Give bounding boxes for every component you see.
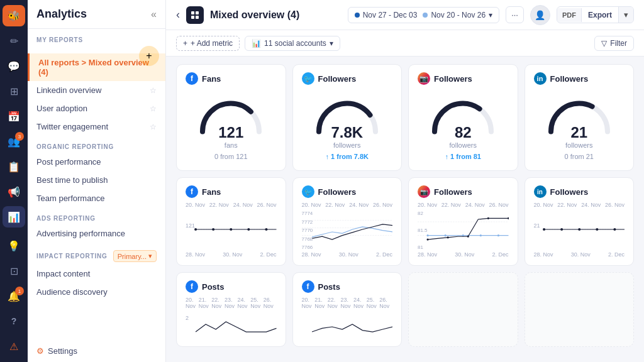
filter-icon: ▽: [601, 39, 607, 48]
sidebar-item-label: Team performance: [36, 194, 104, 203]
li-followers-chart-card: in Followers 20. Nov 22. Nov 24. Nov 26.…: [525, 177, 635, 266]
svg-point-30: [613, 228, 616, 231]
svg-point-19: [497, 234, 499, 236]
x-labels-top: 20. Nov 21. Nov 22. Nov 23. Nov 24. Nov …: [186, 297, 277, 309]
chart-area: 21: [534, 211, 625, 250]
fb-fans-card: f Fans 121 fans 0 from 121: [176, 64, 286, 171]
gear-icon: ⚙: [36, 346, 44, 356]
sidebar-item-audience-discovery[interactable]: Audience discovery: [28, 283, 165, 301]
sidebar-collapse-btn[interactable]: «: [151, 9, 157, 20]
sidebar-item-impact-content[interactable]: Impact content: [28, 265, 165, 283]
user-icon: 👤: [535, 10, 545, 20]
sidebar-item-label: Twitter engagement: [36, 122, 108, 131]
sidebar-item-best-time[interactable]: Best time to publish: [28, 171, 165, 189]
help-nav-item[interactable]: ?: [3, 310, 25, 332]
chart-title: Followers: [318, 187, 357, 197]
brand-logo[interactable]: 🐝: [3, 5, 25, 26]
chart-bar-icon: 📊: [252, 39, 261, 48]
pin-icon: ☆: [150, 86, 157, 95]
chart-title: Posts: [202, 282, 224, 292]
notifications-nav-item[interactable]: 🔔1: [3, 285, 25, 307]
sidebar-item-label: Linkedin overview: [36, 85, 101, 95]
bar-chart: [186, 312, 277, 337]
svg-point-24: [508, 217, 509, 219]
impact-badge-label: Primary...: [118, 253, 147, 260]
sidebar-item-linkedin[interactable]: Linkedin overview ☆: [28, 81, 165, 99]
sidebar-item-twitter[interactable]: Twitter engagement ☆: [28, 118, 165, 136]
linkedin-icon: in: [534, 185, 547, 198]
facebook-icon: f: [302, 280, 314, 293]
fb-posts-card-2: f Posts 20. Nov 21. Nov 22. Nov 23. Nov …: [292, 272, 402, 347]
compose-nav-item[interactable]: ✏: [3, 30, 25, 52]
sidebar-header: Analytics «: [28, 0, 165, 29]
topbar: ‹ Mixed overview (4) Nov 27 - Dec 03 Nov…: [166, 0, 644, 30]
dashboard: f Fans 121 fans 0 from 121: [166, 57, 644, 362]
card-header: 🐦 Followers: [302, 72, 393, 85]
insights-nav-item[interactable]: 💡: [3, 235, 25, 256]
social-accounts-button[interactable]: 📊 11 social accounts ▾: [245, 36, 340, 51]
svg-point-29: [596, 228, 598, 231]
analytics-nav-item[interactable]: 📊: [3, 206, 25, 228]
svg-rect-2: [191, 16, 194, 19]
facebook-icon: f: [186, 72, 198, 85]
sidebar-item-label: User adoption: [36, 104, 87, 113]
x-labels-top: 20. Nov 22. Nov 24. Nov 26. Nov: [186, 202, 277, 208]
line-chart: [418, 211, 509, 248]
back-button[interactable]: ‹: [176, 8, 180, 21]
facebook-icon: f: [186, 185, 198, 198]
empty-card-3: [408, 272, 518, 347]
fb-fans-chart-card: f Fans 20. Nov 22. Nov 24. Nov 26. Nov 1…: [176, 177, 286, 266]
svg-rect-0: [191, 11, 194, 14]
x-labels-bottom: 28. Nov 30. Nov 2. Dec: [302, 251, 393, 258]
tw-followers-card: 🐦 Followers 7.8K followers ↑ 1 from 7.8K: [292, 64, 402, 171]
card-title: Fans: [202, 74, 221, 84]
x-labels-top: 20. Nov 22. Nov 24. Nov 26. Nov: [418, 202, 509, 208]
date-range-picker[interactable]: Nov 27 - Dec 03 Nov 20 - Nov 26 ▾: [348, 7, 499, 23]
add-metric-label: + Add metric: [191, 39, 233, 48]
add-metric-button[interactable]: + + Add metric: [176, 36, 240, 51]
chart-area: 82 81.5 81: [418, 211, 509, 250]
chart-card-header: 🐦 Followers: [302, 185, 393, 198]
card-title: Followers: [550, 74, 589, 84]
metric-change: ↑ 1 from 7.8K: [326, 153, 369, 160]
impact-badge[interactable]: Primary... ▾: [113, 250, 157, 262]
publishing-nav-item[interactable]: ⊞: [3, 80, 25, 102]
export-dropdown-arrow[interactable]: ▾: [618, 7, 633, 23]
inbox-nav-item[interactable]: 💬: [3, 55, 25, 77]
export-button[interactable]: Export: [582, 8, 618, 23]
chart-title: Followers: [550, 187, 589, 197]
twitter-icon: 🐦: [302, 185, 314, 198]
sidebar-item-post-performance[interactable]: Post performance: [28, 153, 165, 171]
x-labels-top: 20. Nov 21. Nov 22. Nov 23. Nov 24. Nov …: [302, 297, 393, 309]
settings-item[interactable]: ⚙ Settings: [28, 340, 165, 362]
sidebar-item-team-performance[interactable]: Team performance: [28, 189, 165, 207]
warning-nav-item[interactable]: ⚠: [3, 336, 25, 357]
sidebar-item-user-adoption[interactable]: User adoption ☆: [28, 99, 165, 118]
sidebar-item-advertising[interactable]: Advertising performance: [28, 224, 165, 243]
sidebar-item-label: Impact content: [36, 269, 90, 278]
apps-nav-item[interactable]: ⊡: [3, 260, 25, 282]
sidebar-item-mixed-overview[interactable]: All reports > Mixed overview (4): [28, 53, 165, 81]
calendar-nav-item[interactable]: 📅: [3, 106, 25, 127]
svg-point-23: [487, 217, 489, 219]
chevron-down-icon: ▾: [148, 252, 152, 260]
users-nav-item[interactable]: 👥3: [3, 131, 25, 152]
campaigns-nav-item[interactable]: 📢: [3, 181, 25, 202]
filter-button[interactable]: ▽ Filter: [594, 36, 634, 51]
more-options-button[interactable]: ···: [506, 6, 524, 23]
chart-area: [302, 312, 393, 339]
svg-point-26: [543, 228, 545, 231]
ads-section-label: ADS REPORTING: [28, 207, 165, 224]
clipboard-nav-item[interactable]: 📋: [3, 156, 25, 177]
tw-followers-chart-card: 🐦 Followers 20. Nov 22. Nov 24. Nov 26. …: [292, 177, 402, 266]
primary-date-label: Nov 27 - Dec 03: [363, 11, 418, 19]
svg-rect-3: [196, 16, 199, 19]
avatar-button[interactable]: 👤: [530, 5, 550, 25]
card-header: 📷 Followers: [418, 72, 509, 85]
chart-cards-row: f Fans 20. Nov 22. Nov 24. Nov 26. Nov 1…: [176, 177, 634, 266]
svg-point-16: [445, 234, 447, 236]
x-labels-top: 20. Nov 22. Nov 24. Nov 26. Nov: [302, 202, 393, 208]
metric-change: 0 from 21: [565, 153, 594, 160]
export-group: PDF Export ▾: [557, 6, 634, 23]
svg-point-27: [560, 228, 563, 231]
